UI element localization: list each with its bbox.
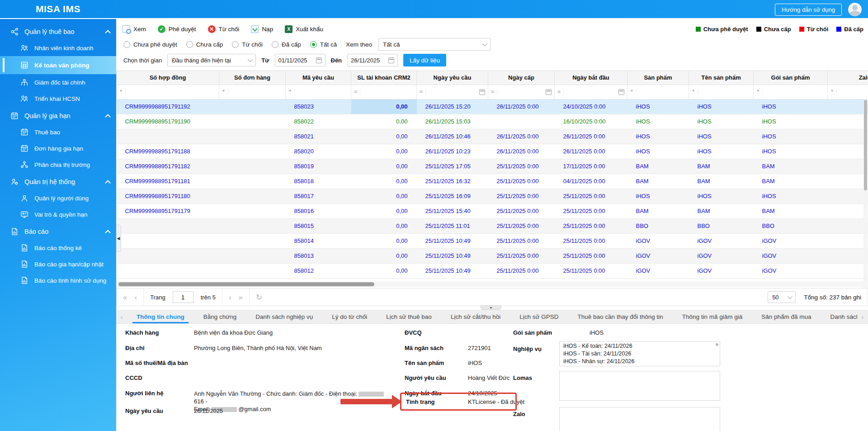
tab-item[interactable]: Danh sách nghiệp vụ [246,310,322,323]
sidebar-item[interactable]: Vai trò & quyền hạn [0,206,116,223]
vertical-scrollbar[interactable] [863,100,868,298]
calendar-icon[interactable] [618,89,624,95]
tab-item[interactable]: Lịch sử thuê bao [377,310,441,323]
filter-operator[interactable]: * [286,89,295,95]
filter-input[interactable] [426,85,479,99]
filter-input[interactable] [360,85,416,99]
status-radio[interactable]: Đã cấp [272,41,301,48]
next-page-button[interactable]: › [229,294,231,301]
table-row[interactable]: CRM9999988951791190 858022 0,00 26/11/20… [117,114,868,129]
to-date-input[interactable]: 26/11/2025 [347,54,398,66]
load-data-button[interactable]: Lấy dữ liệu [403,54,446,66]
table-row[interactable]: CRM9999988951791188 858020 0,00 26/11/20… [117,144,868,159]
lomas-box[interactable] [559,371,720,401]
tab-item[interactable]: Lịch sử cắt/thu hồi [441,310,510,323]
calendar-icon[interactable] [479,89,485,95]
table-row[interactable]: 858021 0,00 26/11/2025 10:46 26/11/2025 … [117,129,868,144]
column-header[interactable]: Mã yêu cầu [286,71,351,85]
column-header[interactable]: Số đơn hàng [219,71,286,85]
tab-item[interactable]: Thông tin mã giảm giá [673,310,752,323]
sidebar-item[interactable]: Đơn hàng gia hạn [0,140,116,156]
sidebar-item[interactable]: Báo cáo tình hình sử dụng [0,272,116,289]
sidebar-item[interactable]: Triển khai HCSN [0,90,116,107]
filter-operator[interactable]: * [219,89,228,95]
filter-operator[interactable]: = [417,89,426,95]
tab-item[interactable]: Thông tin chung [127,310,194,323]
tabs-scroll-left-icon[interactable]: ‹ [116,310,127,323]
horizontal-scrollbar[interactable] [116,281,868,287]
tab-item[interactable]: Bằng chứng [194,310,246,323]
filter-input[interactable] [763,85,827,99]
sidebar-item[interactable]: Báo cáo thống kê [0,240,116,256]
column-header[interactable]: Số hợp đồng [117,71,219,85]
toolbar-action-button[interactable]: Phê duyệt [158,25,196,33]
filter-operator[interactable]: * [828,89,837,95]
time-preset-select[interactable]: Đầu tháng đến hiện tại [167,54,256,66]
status-radio[interactable]: Từ chối [232,41,263,48]
column-header[interactable]: Zalo [828,71,868,85]
view-by-select[interactable]: Tất cả [378,38,491,51]
tab-item[interactable]: Danh sách thiết bị [821,310,857,323]
tabs-scroll-right-icon[interactable]: › [857,310,868,323]
sidebar-item[interactable]: Giám đốc tài chính [0,74,116,90]
page-number-input[interactable] [173,291,193,303]
filter-operator[interactable]: = [488,89,497,95]
tab-item[interactable]: Sản phẩm đã mua [752,310,821,323]
filter-operator[interactable]: * [117,89,126,95]
column-header[interactable]: Ngày cấp [488,71,555,85]
filter-operator[interactable]: * [627,89,637,95]
page-size-select[interactable]: 50 [768,291,796,303]
filter-input[interactable] [497,85,546,99]
table-row[interactable]: CRM9999988951791179 858016 0,00 25/11/20… [117,204,868,218]
tab-item[interactable]: Thuê bao cần thay đổi thông tin [568,310,673,323]
filter-operator[interactable]: = [351,89,360,95]
filter-input[interactable] [837,85,868,99]
refresh-icon[interactable]: ↻ [256,294,262,301]
filter-input[interactable] [698,85,753,99]
prev-page-button[interactable]: ‹ [134,294,137,301]
table-row[interactable]: CRM9999988951791192 858023 0,00 26/11/20… [117,99,868,114]
sidebar-item[interactable]: Báo cáo gia hạn/cập nhật [0,256,116,272]
toolbar-action-button[interactable]: Xuất khẩu [285,25,323,33]
sidebar-item[interactable]: Quản lý gia hạn [0,108,116,124]
status-radio[interactable]: Chưa cấp [186,41,223,48]
filter-input[interactable] [295,85,351,99]
table-row[interactable]: CRM9999988951791182 858019 0,00 25/11/20… [117,159,868,174]
sidebar-item[interactable]: Báo cáo [0,223,116,240]
table-row[interactable]: CRM9999988951791180 858017 0,00 25/11/20… [117,189,868,204]
filter-input[interactable] [126,85,219,99]
column-header[interactable]: Gói sản phẩm [754,71,828,85]
sidebar-item[interactable]: Quản lý thuê bao [0,24,116,40]
column-header[interactable]: Tên sản phẩm [689,71,754,85]
filter-input[interactable] [637,85,689,99]
filter-input[interactable] [228,85,285,99]
zalo-box[interactable] [559,407,720,431]
sidebar-item[interactable]: Quản trị hệ thống [0,174,116,190]
user-avatar[interactable] [848,3,862,16]
toolbar-action-button[interactable]: Xem [123,25,146,33]
table-row[interactable]: 858015 0,00 25/11/2025 11:01 25/11/2025 … [117,218,868,233]
first-page-button[interactable]: « [123,294,127,301]
table-row[interactable]: CRM9999988951791181 858018 0,00 25/11/20… [117,174,868,189]
filter-operator[interactable]: = [555,89,564,95]
tab-item[interactable]: Lịch sử GPSD [510,310,568,323]
table-row[interactable]: 858012 0,00 25/11/2025 10:49 25/11/2025 … [117,263,868,278]
table-row[interactable]: 858014 0,00 25/11/2025 10:49 25/11/2025 … [117,233,868,248]
sidebar-item[interactable]: Kế toán văn phòng [0,56,116,74]
column-header[interactable]: Ngày yêu cầu [417,71,488,85]
sidebar-item[interactable]: Phân chia thị trường [0,156,116,173]
sidebar-item[interactable]: Nhân viên kinh doanh [0,40,116,56]
panel-splitter-handle[interactable] [481,305,501,310]
filter-operator[interactable]: * [689,89,698,95]
last-page-button[interactable]: » [239,294,243,301]
sidebar-item[interactable]: Quản lý người dùng [0,190,116,206]
filter-input[interactable] [564,85,618,99]
business-services-box[interactable]: iHOS - Kế toán: 24/11/2026iHOS - Tài sản… [559,341,720,366]
from-date-input[interactable]: 01/11/2025 [275,54,326,66]
tab-item[interactable]: Lý do từ chối [322,310,377,323]
toolbar-action-button[interactable]: Từ chối [208,25,240,33]
column-header[interactable]: SL tài khoản CRM2 [351,71,417,85]
status-radio[interactable]: Chưa phê duyệt [123,41,177,48]
column-header[interactable]: Ngày bắt đầu [555,71,627,85]
horizontal-scrollbar-thumb[interactable] [118,282,374,286]
